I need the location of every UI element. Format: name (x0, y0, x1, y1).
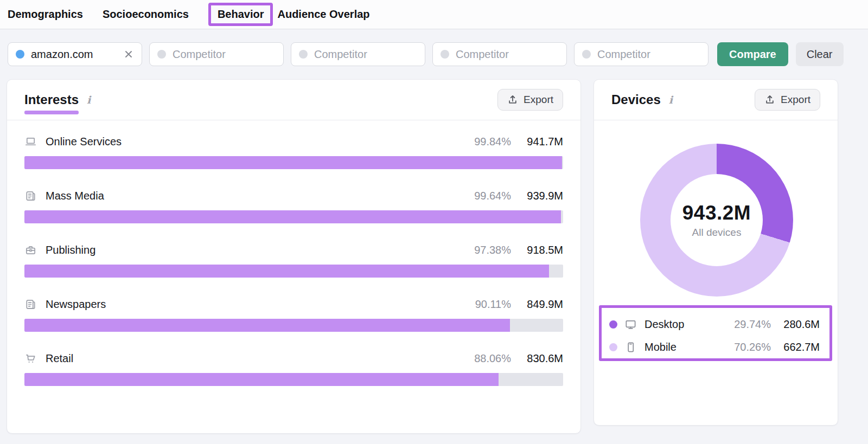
newspaper-icon (24, 190, 37, 202)
interest-bar-fill (24, 265, 549, 278)
tab-behavior[interactable]: Behavior (218, 8, 264, 21)
competitor-field-3[interactable] (456, 48, 559, 61)
competitor-input-2 (291, 42, 425, 66)
interest-percent: 97.38% (462, 244, 511, 256)
interests-list: Online Services 99.84% 941.7M Mass Media… (7, 120, 580, 391)
filter-bar: amazon.com Compare Clear (8, 42, 860, 66)
interest-row-newspapers: Newspapers 90.11% 849.9M (24, 283, 563, 337)
annotation-box-devices-legend: Desktop 29.74% 280.6M Mobile 70.26% 662.… (599, 305, 832, 361)
devices-total-label: All devices (692, 227, 742, 239)
interests-card: Interests i Export Online Services 99.84… (7, 79, 581, 434)
annotation-box-behavior-tab: Behavior (208, 3, 273, 26)
legend-label: Mobile (644, 341, 676, 353)
legend-percent: 70.26% (734, 341, 771, 353)
interest-label: Newspapers (46, 298, 106, 311)
interest-label: Online Services (46, 136, 122, 148)
interest-label: Retail (46, 352, 73, 365)
interest-bar-fill (24, 156, 562, 169)
interest-bar-fill (24, 373, 499, 386)
info-icon[interactable]: i (669, 94, 673, 106)
devices-card: Devices i Export 943.2M All devices Desk… (593, 79, 838, 426)
interest-value: 939.9M (511, 190, 563, 202)
interests-title: Interests (24, 92, 79, 107)
tab-audience-overlap[interactable]: Audience Overlap (277, 8, 369, 21)
devices-donut-center: 943.2M All devices (671, 174, 763, 266)
competitor-input-4 (574, 42, 709, 66)
compare-button[interactable]: Compare (717, 42, 788, 66)
desktop-color-dot (609, 320, 617, 329)
interest-percent: 99.84% (462, 136, 511, 148)
devices-total: 943.2M (682, 202, 751, 224)
interest-label: Publishing (46, 244, 95, 256)
newspaper-icon (24, 298, 37, 311)
competitor-field-2[interactable] (314, 48, 417, 61)
desktop-icon (624, 318, 637, 331)
tab-socioeconomics[interactable]: Socioeconomics (103, 8, 189, 21)
main-domain-label: amazon.com (31, 48, 123, 61)
audience-insights-screen: Demographics Socioeconomics Behavior Aud… (0, 0, 868, 444)
interest-label: Mass Media (46, 190, 104, 202)
interest-value: 918.5M (511, 244, 563, 256)
devices-title: Devices (611, 92, 661, 107)
main-domain-chip[interactable]: amazon.com (8, 42, 142, 66)
interest-bar-fill (24, 319, 510, 332)
competitor-field-4[interactable] (597, 48, 700, 61)
interest-value: 941.7M (511, 136, 563, 148)
interest-row-mass-media: Mass Media 99.64% 939.9M (24, 175, 563, 229)
interest-value: 830.6M (511, 352, 563, 365)
interest-row-retail: Retail 88.06% 830.6M (24, 337, 563, 391)
clear-button[interactable]: Clear (796, 42, 844, 66)
legend-percent: 29.74% (734, 318, 771, 331)
cart-icon (24, 352, 37, 365)
interest-bar-track (24, 210, 563, 223)
interest-bar-track (24, 265, 563, 278)
domain-color-dot (16, 50, 24, 59)
legend-value: 662.7M (771, 341, 820, 353)
interest-bar-track (24, 319, 563, 332)
competitor-input-3 (432, 42, 567, 66)
interest-value: 849.9M (511, 298, 563, 311)
export-upload-icon (507, 94, 518, 105)
interest-percent: 90.11% (462, 298, 511, 311)
interest-bar-track (24, 156, 563, 169)
competitor-color-dot (441, 50, 449, 59)
laptop-icon (24, 136, 37, 148)
export-upload-icon (764, 94, 775, 105)
interest-percent: 88.06% (462, 352, 511, 365)
interests-card-header: Interests i Export (7, 80, 580, 120)
briefcase-icon (24, 244, 37, 256)
interest-bar-track (24, 373, 563, 386)
interest-row-online-services: Online Services 99.84% 941.7M (24, 120, 563, 175)
mobile-icon (624, 341, 637, 353)
tab-demographics[interactable]: Demographics (8, 8, 83, 21)
competitor-color-dot (582, 50, 591, 59)
devices-export-button[interactable]: Export (755, 89, 820, 111)
legend-row-desktop[interactable]: Desktop 29.74% 280.6M (609, 313, 820, 336)
competitor-color-dot (157, 50, 166, 59)
interests-title-purple-underline (24, 111, 79, 114)
interests-export-button[interactable]: Export (497, 89, 563, 111)
interest-row-publishing: Publishing 97.38% 918.5M (24, 229, 563, 283)
competitor-field-1[interactable] (173, 48, 276, 61)
devices-donut-chart: 943.2M All devices (640, 144, 793, 297)
competitor-input-1 (149, 42, 284, 66)
devices-card-header: Devices i Export (594, 80, 838, 120)
competitor-color-dot (299, 50, 308, 59)
legend-label: Desktop (644, 318, 684, 331)
remove-domain-icon[interactable] (123, 49, 134, 60)
top-nav: Demographics Socioeconomics Behavior Aud… (0, 0, 868, 29)
legend-row-mobile[interactable]: Mobile 70.26% 662.7M (609, 336, 820, 358)
legend-value: 280.6M (771, 318, 820, 331)
mobile-color-dot (609, 343, 617, 351)
interest-bar-fill (24, 210, 561, 223)
interest-percent: 99.64% (462, 190, 511, 202)
info-icon[interactable]: i (87, 94, 91, 106)
